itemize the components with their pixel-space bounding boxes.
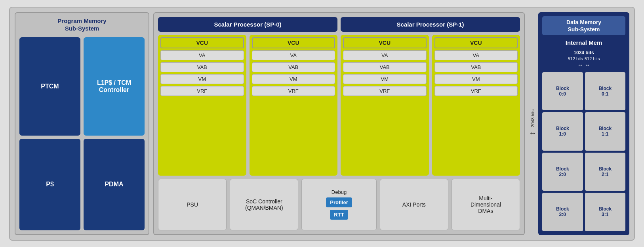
- right-section-title-box: Data Memory Sub-System: [542, 16, 625, 35]
- l1p-tcm-block: L1P$ / TCM Controller: [84, 37, 145, 136]
- debug-title: Debug: [332, 189, 347, 195]
- vcu1-vab: VAB: [252, 62, 335, 72]
- right-area: 2048 bits ↔ Data Memory Sub-System Inter…: [529, 12, 629, 235]
- vcu3-vm: VM: [434, 74, 518, 84]
- vcu-group-0: VCU VA VAB VM VRF: [158, 35, 246, 176]
- vcu0-label: VCU: [160, 37, 244, 48]
- vcu0-vm: VM: [160, 74, 244, 84]
- left-grid: PTCM L1P$ / TCM Controller P$ PDMA: [19, 37, 145, 230]
- vcu2-label: VCU: [343, 37, 427, 48]
- right-section-title: Data Memory Sub-System: [566, 19, 601, 33]
- vcu3-vrf: VRF: [434, 86, 518, 96]
- mem-block-0-1: Block 0:1: [585, 72, 626, 110]
- center-panel: Scalar Processor (SP-0) Scalar Processor…: [153, 12, 525, 235]
- rtt-button[interactable]: RTT: [330, 210, 348, 220]
- vcu2-vm: VM: [343, 74, 427, 84]
- vcu1-label: VCU: [252, 37, 335, 48]
- mem-block-3-1: Block 3:1: [585, 193, 626, 231]
- soc-block: SoC Controller (QMAN/BMAN): [230, 179, 298, 230]
- bits-2048-area: 2048 bits ↔: [529, 12, 537, 235]
- vcu2-vrf: VRF: [343, 86, 427, 96]
- vcu1-vm: VM: [252, 74, 335, 84]
- mem-block-1-1: Block 1:1: [585, 112, 626, 150]
- vcu1-vrf: VRF: [252, 86, 335, 96]
- left-panel: Program Memory Sub-System PTCM L1P$ / TC…: [15, 12, 149, 235]
- main-container: Program Memory Sub-System PTCM L1P$ / TC…: [9, 7, 635, 241]
- sp1-block: Scalar Processor (SP-1): [341, 17, 520, 32]
- vcu-group-1: VCU VA VAB VM VRF: [250, 35, 338, 176]
- mem-block-3-0: Block 3:0: [542, 193, 583, 231]
- vcu1-va: VA: [252, 50, 335, 60]
- arrows-512: ↔ ↔: [577, 62, 590, 68]
- mem-block-2-1: Block 2:1: [585, 153, 626, 191]
- bits-512-left-label: 512 bits: [568, 56, 583, 61]
- vcu0-va: VA: [160, 50, 244, 60]
- vcu-area: VCU VA VAB VM VRF VCU VA VAB VM VRF VCU …: [158, 35, 520, 176]
- vcu0-vrf: VRF: [160, 86, 244, 96]
- axi-block: AXI Ports: [380, 179, 448, 230]
- arrow-2048: ↔: [529, 128, 537, 138]
- mem-block-1-0: Block 1:0: [542, 112, 583, 150]
- vcu-group-2: VCU VA VAB VM VRF: [341, 35, 429, 176]
- mem-grid: Block 0:0 Block 0:1 Block 1:0 Block 1:1 …: [542, 72, 625, 231]
- bits-512-right-label: 512 bits: [585, 56, 600, 61]
- debug-block: Debug Profiler RTT: [301, 179, 376, 230]
- bits-2048-label: 2048 bits: [530, 109, 535, 127]
- left-panel-title: Program Memory Sub-System: [19, 17, 145, 33]
- vcu-group-3: VCU VA VAB VM VRF: [432, 35, 520, 176]
- vcu2-vab: VAB: [343, 62, 427, 72]
- mem-block-2-0: Block 2:0: [542, 153, 583, 191]
- sp-row: Scalar Processor (SP-0) Scalar Processor…: [158, 17, 520, 32]
- vcu0-vab: VAB: [160, 62, 244, 72]
- mem-block-0-0: Block 0:0: [542, 72, 583, 110]
- bottom-row: PSU SoC Controller (QMAN/BMAN) Debug Pro…: [158, 179, 520, 230]
- internal-mem-label: Internal Mem: [542, 38, 625, 48]
- right-panel: Data Memory Sub-System Internal Mem 1024…: [538, 12, 629, 235]
- vcu2-va: VA: [343, 50, 427, 60]
- vcu3-label: VCU: [434, 37, 518, 48]
- bits-annotation: 1024 bits 512 bits 512 bits ↔ ↔: [542, 50, 625, 68]
- pdma-block: PDMA: [84, 139, 145, 230]
- bits-512-row: 512 bits 512 bits: [568, 56, 600, 61]
- profiler-button[interactable]: Profiler: [326, 197, 352, 207]
- bits-2048-label-row: 2048 bits: [530, 109, 535, 127]
- vcu3-vab: VAB: [434, 62, 518, 72]
- vcu3-va: VA: [434, 50, 518, 60]
- dma-block: Multi- Dimensional DMAs: [452, 179, 520, 230]
- sp0-block: Scalar Processor (SP-0): [158, 17, 337, 32]
- ps-block: P$: [19, 139, 80, 230]
- ptcm-block: PTCM: [19, 37, 80, 136]
- bits-1024-label: 1024 bits: [574, 50, 594, 56]
- psu-block: PSU: [158, 179, 227, 230]
